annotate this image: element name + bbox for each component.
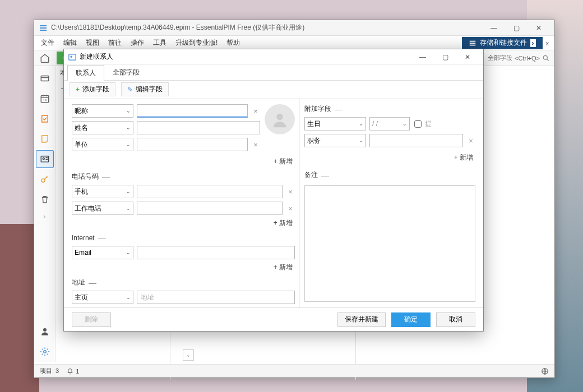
menu-tools[interactable]: 工具	[149, 36, 171, 50]
add-name-field[interactable]: 新增	[72, 157, 293, 166]
sidebar-expand[interactable]: ›	[36, 211, 54, 222]
chevron-down-icon: ⌄	[126, 189, 131, 194]
sidebar-item-tasks[interactable]	[36, 110, 54, 128]
menu-go[interactable]: 前往	[104, 36, 126, 50]
home-combo[interactable]: 主页⌄	[72, 291, 133, 304]
dialog-close-button[interactable]: ✕	[456, 49, 479, 65]
tab-all-fields[interactable]: 全部字段	[104, 64, 148, 80]
workphone-combo[interactable]: 工作电话⌄	[72, 202, 133, 215]
person-icon	[40, 326, 50, 337]
edit-field-button[interactable]: ✎编辑字段	[121, 82, 169, 96]
clear-button[interactable]: ×	[286, 187, 295, 196]
dialog-minimize-button[interactable]: —	[411, 49, 434, 65]
email-input[interactable]	[137, 246, 295, 259]
add-extra-field[interactable]: 新增	[304, 153, 473, 162]
menu-actions[interactable]: 操作	[126, 36, 149, 50]
menu-upgrade[interactable]: 升级到专业版!	[171, 36, 222, 50]
chevron-down-icon: ⌄	[359, 121, 363, 127]
close-button[interactable]: ✕	[528, 20, 550, 36]
sidebar-item-trash[interactable]	[36, 190, 54, 208]
dialog-right-panel: 附加字段— 生日⌄ / /⌄ 提 职务⌄ × 新增 备注—	[299, 99, 483, 307]
chevron-down-icon: ⌄	[126, 295, 131, 300]
position-combo[interactable]: 职务⌄	[304, 134, 366, 147]
chevron-right-icon: ›	[44, 213, 45, 220]
sidebar-item-calendar[interactable]: 19	[36, 90, 54, 108]
add-field-button[interactable]: +添加字段	[70, 82, 115, 96]
sidebar-item-passwords[interactable]	[36, 170, 54, 188]
add-phone-field[interactable]: 新增	[72, 218, 293, 228]
list-dropdown[interactable]: ⌄	[183, 349, 194, 361]
nickname-combo[interactable]: 昵称⌄	[72, 104, 133, 118]
chevron-down-icon: ⌄	[126, 125, 131, 130]
phone-section-label: 电话号码—	[72, 172, 295, 181]
dialog-footer: 删除 保存并新建 确定 取消	[64, 307, 483, 331]
search-icon[interactable]	[542, 54, 550, 62]
position-input[interactable]	[369, 134, 463, 147]
calendar-icon: 19	[40, 94, 50, 104]
chevron-down-icon: ⌄	[126, 250, 131, 255]
check-icon	[40, 114, 50, 124]
sidebar-item-contacts[interactable]	[36, 150, 54, 168]
svg-point-8	[43, 351, 46, 353]
promo-close-button[interactable]: x	[543, 40, 553, 46]
clear-button[interactable]: ×	[286, 204, 295, 213]
dialog-maximize-button[interactable]: ▢	[434, 49, 456, 65]
search-scope[interactable]: 全部字段	[488, 54, 512, 62]
mobile-combo[interactable]: 手机⌄	[72, 185, 133, 198]
workphone-input[interactable]	[137, 202, 283, 215]
status-globe[interactable]	[541, 367, 549, 375]
clear-button[interactable]: ×	[251, 106, 260, 115]
email-combo[interactable]: Email⌄	[72, 246, 133, 259]
menu-edit[interactable]: 编辑	[59, 36, 81, 50]
menu-help[interactable]: 帮助	[222, 36, 244, 50]
sidebar-item-user[interactable]	[36, 323, 54, 340]
statusbar: 项目: 3 1	[34, 364, 554, 377]
globe-icon	[541, 367, 549, 375]
menu-file[interactable]: 文件	[36, 36, 59, 50]
chevron-down-icon: ⌄	[126, 206, 131, 211]
birthday-combo[interactable]: 生日⌄	[304, 117, 366, 130]
trash-icon	[40, 194, 50, 204]
card-icon	[40, 73, 50, 83]
sidebar-item-home[interactable]	[36, 52, 54, 65]
minimize-button[interactable]: —	[483, 20, 505, 36]
name-input[interactable]	[137, 121, 260, 134]
notes-textarea[interactable]	[304, 185, 475, 302]
save-and-new-button[interactable]: 保存并新建	[337, 312, 386, 327]
remind-checkbox[interactable]	[414, 120, 422, 128]
sidebar-item-notes[interactable]	[36, 130, 54, 148]
ok-button[interactable]: 确定	[391, 312, 431, 327]
menu-view[interactable]: 视图	[81, 36, 104, 50]
nickname-input[interactable]	[137, 104, 248, 118]
svg-point-12	[276, 114, 283, 120]
new-contact-dialog: 新建联系人 — ▢ ✕ 联系人 全部字段 +添加字段 ✎编辑字段 昵称⌄ × 姓…	[63, 49, 484, 332]
clear-button[interactable]: ×	[466, 136, 475, 145]
promo-banner[interactable]: 存储和链接文件 ›	[462, 37, 543, 49]
company-combo[interactable]: 单位⌄	[72, 138, 133, 151]
company-input[interactable]	[137, 138, 248, 151]
gear-icon	[40, 347, 50, 357]
status-bell[interactable]: 1	[67, 368, 79, 375]
add-internet-field[interactable]: 新增	[72, 263, 293, 272]
sidebar-item-settings[interactable]	[36, 343, 54, 361]
address-input[interactable]	[137, 291, 295, 304]
notes-section-label: 备注—	[304, 170, 475, 180]
maximize-button[interactable]: ▢	[505, 20, 528, 36]
chevron-down-icon: ⌄	[402, 121, 407, 127]
clear-button[interactable]: ×	[251, 140, 260, 149]
avatar[interactable]	[265, 104, 295, 134]
tab-contact[interactable]: 联系人	[67, 65, 104, 81]
svg-rect-10	[69, 54, 76, 60]
promo-logo-icon	[469, 39, 476, 47]
sidebar-item-contacts-card[interactable]	[36, 69, 54, 87]
dialog-titlebar: 新建联系人 — ▢ ✕	[64, 49, 483, 65]
sidebar: 19 ›	[34, 66, 55, 362]
person-card-icon	[40, 154, 50, 164]
name-combo[interactable]: 姓名⌄	[72, 121, 133, 134]
mobile-input[interactable]	[137, 185, 283, 198]
birthday-date-input[interactable]: / /⌄	[369, 117, 410, 130]
cancel-button[interactable]: 取消	[436, 312, 475, 327]
svg-point-6	[41, 179, 45, 182]
remind-label: 提	[425, 119, 432, 129]
promo-label: 存储和链接文件	[480, 38, 527, 48]
